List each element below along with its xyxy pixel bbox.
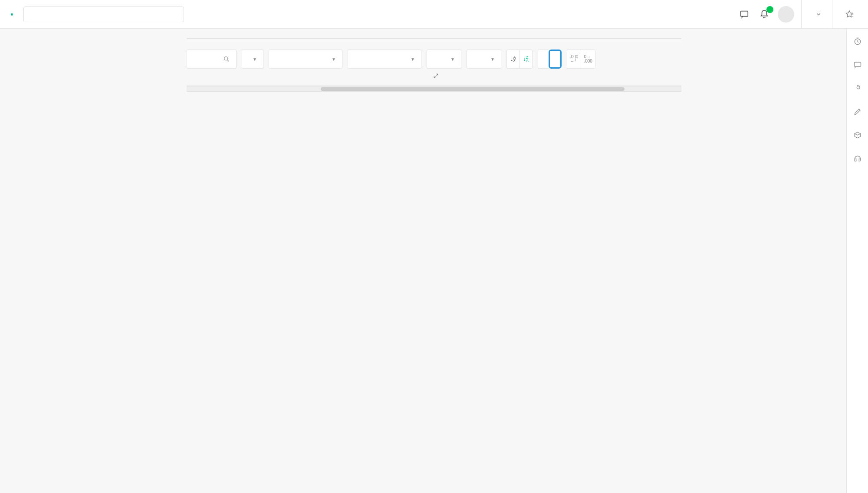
pencil-icon[interactable] [853, 107, 862, 109]
language-dropdown[interactable]: ▼ [467, 50, 501, 69]
chat-icon[interactable] [738, 8, 751, 21]
expand-icon [433, 73, 439, 79]
fire-icon[interactable] [853, 83, 862, 93]
svg-rect-2 [854, 62, 861, 66]
period-dropdown[interactable]: ▼ [269, 50, 342, 69]
topbar: ▪ [0, 0, 868, 29]
absolute-values-button[interactable] [538, 50, 549, 69]
toolbar: ▼ ▼ ▼ ▼ ▼ ↓AZ ↓ZA .000←┘ 0→.000 [187, 50, 681, 69]
trading-area-dropdown[interactable] [801, 0, 832, 29]
notification-badge [766, 6, 773, 13]
clock-icon[interactable] [853, 36, 862, 46]
chevron-down-icon [815, 11, 822, 17]
search-icon [223, 56, 230, 63]
search-input[interactable] [23, 7, 184, 22]
right-rail [846, 29, 868, 109]
tabs [187, 38, 681, 39]
svg-rect-0 [741, 11, 748, 16]
avatar[interactable] [778, 6, 794, 23]
bell-icon[interactable] [758, 8, 771, 21]
financials-table: ◀ ▶ [187, 86, 681, 92]
currency-dropdown[interactable]: ▼ [427, 50, 461, 69]
decrease-decimals-button[interactable]: 0→.000 [581, 50, 595, 69]
horizontal-scrollbar[interactable] [187, 86, 681, 92]
sort-desc-button[interactable]: ↓ZA [519, 50, 533, 69]
watchlist-star-icon[interactable] [839, 10, 859, 19]
symbol-input[interactable] [187, 50, 237, 69]
increase-decimals-button[interactable]: .000←┘ [567, 50, 581, 69]
view-dropdown[interactable]: ▼ [348, 50, 421, 69]
percentage-values-button[interactable] [549, 50, 562, 69]
svg-point-3 [224, 57, 228, 60]
statement-dropdown[interactable]: ▼ [242, 50, 263, 69]
sort-asc-button[interactable]: ↓AZ [506, 50, 519, 69]
message-icon[interactable] [853, 60, 862, 69]
fullscreen-link[interactable] [187, 72, 681, 79]
